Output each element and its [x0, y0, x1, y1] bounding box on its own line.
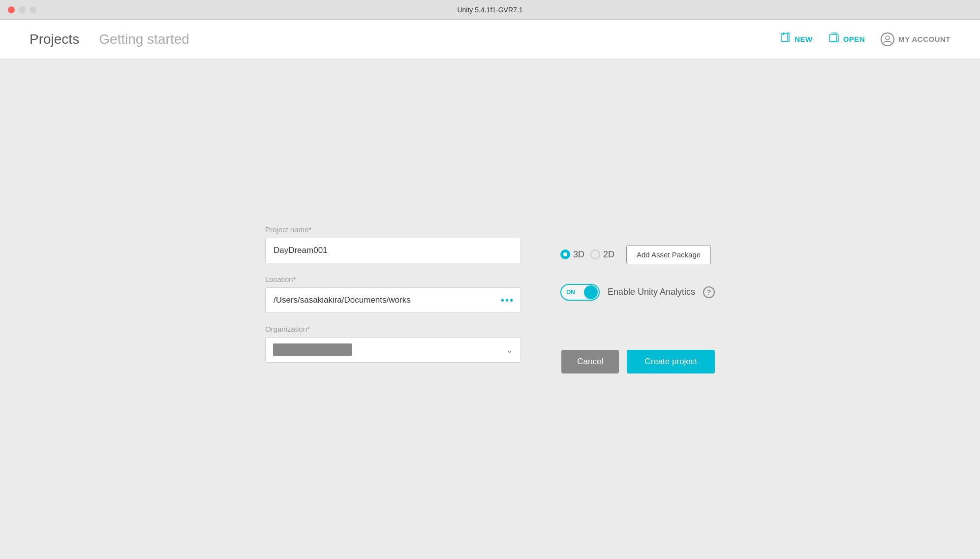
account-icon [881, 32, 894, 46]
create-project-button[interactable]: Create project [627, 350, 715, 373]
window-controls [8, 6, 36, 13]
nav-right-actions: NEW OPEN MY ACCOUNT [780, 32, 950, 46]
analytics-help-icon[interactable]: ? [703, 286, 715, 298]
svg-rect-3 [829, 34, 836, 42]
organization-select-wrapper: ⌄ [265, 337, 521, 363]
nav-projects[interactable]: Projects [30, 31, 79, 47]
project-name-input[interactable] [265, 238, 521, 263]
new-icon [780, 32, 791, 46]
dimension-radio-group: 3D 2D [560, 249, 614, 260]
organization-label: Organization* [265, 325, 521, 333]
radio-2d-option[interactable]: 2D [590, 249, 614, 260]
radio-3d-circle [560, 249, 570, 259]
project-name-field-group: Project name* [265, 225, 521, 263]
minimize-button[interactable] [19, 6, 26, 13]
bottom-section: Cancel Create project [560, 320, 715, 373]
add-asset-package-button[interactable]: Add Asset Package [626, 245, 711, 264]
svg-rect-0 [781, 33, 788, 41]
radio-3d-label: 3D [573, 249, 584, 260]
close-button[interactable] [8, 6, 15, 13]
new-project-action[interactable]: NEW [780, 32, 813, 46]
form-buttons-row: Cancel Create project [560, 350, 715, 373]
svg-point-4 [886, 36, 889, 40]
form-right-column: 3D 2D Add Asset Package ON Enable Unity … [560, 225, 715, 373]
my-account-label: MY ACCOUNT [898, 35, 950, 43]
radio-3d-option[interactable]: 3D [560, 249, 584, 260]
open-label: OPEN [843, 35, 865, 43]
form-left-column: Project name* Location* ••• Organization… [265, 225, 521, 363]
toggle-knob [584, 285, 598, 299]
nav-getting-started[interactable]: Getting started [99, 31, 189, 47]
radio-2d-label: 2D [603, 249, 614, 260]
location-label: Location* [265, 275, 521, 283]
project-name-label: Project name* [265, 225, 521, 234]
location-input[interactable] [265, 287, 521, 313]
window-title: Unity 5.4.1f1-GVR7.1 [457, 6, 522, 14]
top-navigation: Projects Getting started NEW OPEN [0, 20, 980, 59]
maximize-button[interactable] [30, 6, 36, 13]
open-project-action[interactable]: OPEN [828, 32, 865, 46]
toggle-on-label: ON [566, 289, 575, 296]
location-wrapper: ••• [265, 287, 521, 313]
analytics-toggle[interactable]: ON [560, 284, 600, 301]
analytics-label: Enable Unity Analytics [608, 287, 695, 297]
open-icon [828, 32, 839, 46]
location-browse-button[interactable]: ••• [501, 294, 514, 306]
location-field-group: Location* ••• [265, 275, 521, 313]
my-account-action[interactable]: MY ACCOUNT [881, 32, 950, 46]
dimension-and-asset-row: 3D 2D Add Asset Package [560, 245, 715, 264]
org-placeholder-bar [273, 343, 352, 356]
main-content: Project name* Location* ••• Organization… [0, 59, 980, 559]
new-label: NEW [795, 35, 813, 43]
radio-2d-circle [590, 249, 600, 259]
organization-field-group: Organization* ⌄ [265, 325, 521, 363]
titlebar: Unity 5.4.1f1-GVR7.1 [0, 0, 980, 20]
new-project-form: Project name* Location* ••• Organization… [265, 225, 715, 373]
cancel-button[interactable]: Cancel [561, 350, 619, 373]
analytics-row: ON Enable Unity Analytics ? [560, 284, 715, 301]
